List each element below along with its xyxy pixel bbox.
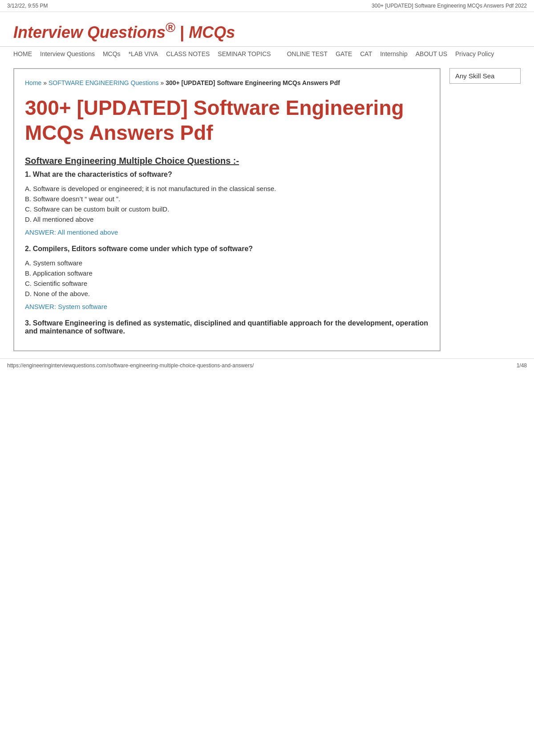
nav-mcqs[interactable]: MCQs — [103, 50, 121, 57]
main-wrapper: Home » SOFTWARE ENGINEERING Questions » … — [0, 61, 534, 358]
browser-tab-title: 300+ [UPDATED] Software Engineering MCQs… — [372, 3, 527, 9]
nav-gate[interactable]: GATE — [336, 50, 352, 57]
breadcrumb-se-questions[interactable]: SOFTWARE ENGINEERING Questions — [49, 79, 159, 86]
question-2: 2. Compilers, Editors software come unde… — [25, 245, 429, 253]
site-header: Interview Questions® | MCQs — [0, 12, 534, 46]
breadcrumb: Home » SOFTWARE ENGINEERING Questions » … — [25, 78, 429, 88]
nav-home[interactable]: HOME — [13, 50, 32, 57]
content-area: Home » SOFTWARE ENGINEERING Questions » … — [13, 68, 441, 351]
nav-cat[interactable]: CAT — [360, 50, 372, 57]
question-1-option-c: C. Software can be custom built or custo… — [25, 205, 429, 213]
sidebar-search-input[interactable] — [449, 68, 521, 84]
question-1-answer: ANSWER: All mentioned above — [25, 228, 429, 236]
question-2-answer: ANSWER: System software — [25, 303, 429, 310]
question-2-option-b: B. Application software — [25, 269, 429, 277]
question-block-2: 2. Compilers, Editors software come unde… — [25, 245, 429, 310]
question-1-option-d: D. All mentioned above — [25, 215, 429, 223]
section-heading: Software Engineering Multiple Choice Que… — [25, 156, 429, 166]
nav-lab-viva[interactable]: *LAB VIVA — [129, 50, 158, 57]
question-2-option-a: A. System software — [25, 259, 429, 267]
page-main-title: 300+ [UPDATED] Software Engineering MCQs… — [25, 96, 429, 145]
site-title: Interview Questions® | MCQs — [13, 20, 521, 42]
question-1-option-a: A. Software is developed or engineered; … — [25, 185, 429, 192]
nav-privacy-policy[interactable]: Privacy Policy — [455, 50, 494, 57]
nav-seminar-topics[interactable]: SEMINAR TOPICS — [218, 50, 271, 57]
site-title-mcqs: MCQs — [189, 23, 235, 41]
site-title-sep: ® | — [166, 23, 189, 41]
nav-about-us[interactable]: ABOUT US — [416, 50, 447, 57]
nav-internship[interactable]: Internship — [380, 50, 407, 57]
bottom-bar: https://engineeringinterviewquestions.co… — [0, 358, 534, 372]
question-block-3: 3. Software Engineering is defined as sy… — [25, 319, 429, 335]
nav-interview-questions[interactable]: Interview Questions — [40, 50, 95, 57]
nav-row: HOME Interview Questions MCQs *LAB VIVA … — [13, 50, 521, 57]
question-1-text: 1. What are the characteristics of softw… — [25, 171, 172, 178]
sidebar — [449, 68, 521, 351]
question-3-text: 3. Software Engineering is defined as sy… — [25, 319, 428, 335]
navigation: HOME Interview Questions MCQs *LAB VIVA … — [0, 46, 534, 61]
site-title-iq: Interview Questions — [13, 23, 166, 41]
question-2-option-d: D. None of the above. — [25, 290, 429, 297]
breadcrumb-sep2: » — [160, 79, 166, 86]
nav-online-test[interactable]: ONLINE TEST — [287, 50, 328, 57]
question-1-option-b: B. Software doesn’t “ wear out ”. — [25, 195, 429, 203]
question-2-text: 2. Compilers, Editors software come unde… — [25, 245, 253, 252]
question-3: 3. Software Engineering is defined as sy… — [25, 319, 429, 335]
page-number: 1/48 — [517, 362, 527, 369]
breadcrumb-sep1: » — [43, 79, 49, 86]
question-block-1: 1. What are the characteristics of softw… — [25, 171, 429, 236]
browser-timestamp: 3/12/22, 9:55 PM — [7, 3, 48, 9]
question-2-option-c: C. Scientific software — [25, 280, 429, 287]
breadcrumb-current: 300+ [UPDATED] Software Engineering MCQs… — [166, 79, 340, 86]
nav-class-notes[interactable]: CLASS NOTES — [166, 50, 210, 57]
browser-bar: 3/12/22, 9:55 PM 300+ [UPDATED] Software… — [0, 0, 534, 12]
breadcrumb-home[interactable]: Home — [25, 79, 41, 86]
question-1: 1. What are the characteristics of softw… — [25, 171, 429, 179]
page-url: https://engineeringinterviewquestions.co… — [7, 362, 254, 369]
